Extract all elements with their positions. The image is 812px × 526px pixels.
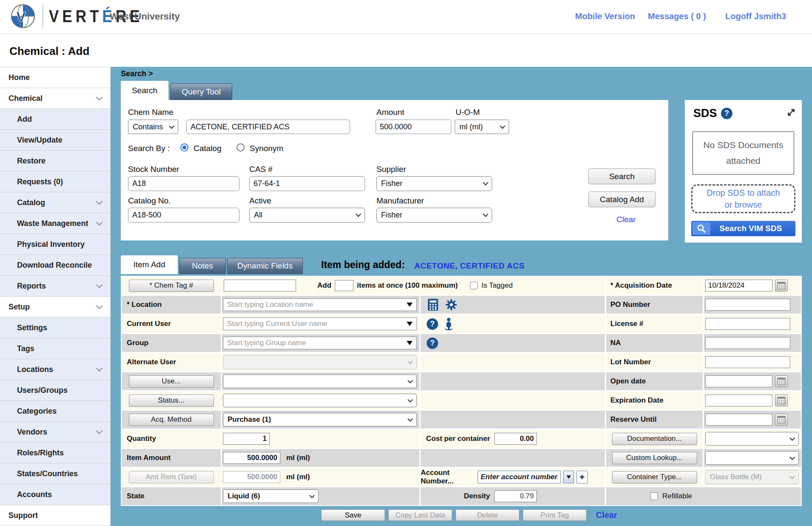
location-settings-gear-icon[interactable] [445, 299, 457, 311]
status-select[interactable] [223, 394, 417, 407]
expiration-date-input[interactable] [705, 394, 772, 406]
synonym-radio[interactable] [236, 143, 245, 152]
custom-lookup-button[interactable]: Custom Lookup... [612, 452, 697, 464]
sidebar-item-catalog[interactable]: Catalog [0, 192, 110, 213]
tab-notes[interactable]: Notes [179, 258, 226, 274]
container-type-button[interactable]: Container Type... [612, 471, 697, 483]
sidebar-item-users-groups[interactable]: Users/Groups [0, 380, 110, 401]
sidebar-item-view-update[interactable]: View/Update [0, 130, 110, 151]
catalog-radio-label[interactable]: Catalog [194, 144, 222, 153]
sidebar-item-vendors[interactable]: Vendors [0, 422, 110, 443]
density-input[interactable] [494, 490, 537, 502]
sidebar-item-setup[interactable]: Setup [0, 297, 110, 317]
use-select[interactable] [223, 374, 417, 388]
item-amount-input[interactable] [223, 452, 280, 464]
group-combobox[interactable] [223, 337, 417, 349]
dropdown-arrow-icon[interactable] [407, 341, 413, 345]
group-help-icon[interactable] [427, 337, 438, 349]
search-button[interactable]: Search [588, 169, 655, 184]
add-account-button[interactable] [576, 471, 588, 483]
synonym-radio-label[interactable]: Synonym [250, 144, 283, 153]
sidebar-item-restore[interactable]: Restore [0, 151, 110, 172]
calendar-icon[interactable] [775, 375, 788, 387]
sidebar-item-requests[interactable]: Requests (0) [0, 172, 110, 192]
logoff-link[interactable]: Logoff Jsmith3 [725, 11, 786, 21]
sidebar-item-tags[interactable]: Tags [0, 338, 110, 359]
calendar-icon[interactable] [775, 394, 788, 406]
form-clear-link[interactable]: Clear [596, 510, 617, 520]
save-button[interactable]: Save [321, 509, 385, 521]
tab-query-tool[interactable]: Query Tool [170, 83, 232, 100]
state-select[interactable]: Liquid (6) [223, 489, 319, 503]
current-user-help-icon[interactable] [427, 318, 438, 330]
sidebar-item-settings[interactable]: Settings [0, 317, 110, 338]
sidebar-item-roles-rights[interactable]: Roles/Rights [0, 443, 110, 463]
is-tagged-checkbox[interactable] [470, 282, 478, 289]
search-clear-link[interactable]: Clear [610, 215, 642, 224]
add-count-input[interactable] [335, 280, 353, 291]
chem-tag-input[interactable] [224, 280, 296, 292]
amount-input[interactable] [376, 120, 451, 134]
stock-number-input[interactable] [128, 176, 239, 191]
sds-dropzone[interactable]: Drop SDS to attach or browse [691, 184, 795, 213]
chem-tag-button[interactable]: * Chem Tag # [129, 280, 214, 292]
chem-match-select[interactable]: Contains [128, 120, 178, 134]
supplier-select[interactable]: Fisher [376, 176, 492, 191]
catalog-radio[interactable] [180, 143, 188, 152]
sidebar-item-categories[interactable]: Categories [0, 401, 110, 422]
use-button[interactable]: Use... [129, 375, 214, 388]
cost-per-container-input[interactable] [494, 433, 537, 445]
location-browser-icon[interactable] [427, 298, 439, 311]
dropdown-arrow-icon[interactable] [407, 322, 413, 326]
sidebar-item-accounts[interactable]: Accounts [0, 484, 110, 505]
group-input[interactable] [227, 339, 403, 347]
dropdown-arrow-icon[interactable] [407, 303, 413, 307]
tab-item-add[interactable]: Item Add [121, 255, 178, 274]
catalog-no-input[interactable] [128, 208, 239, 223]
location-combobox[interactable] [223, 298, 417, 311]
cas-input[interactable] [249, 176, 365, 191]
calendar-icon[interactable] [775, 414, 788, 426]
lot-number-input[interactable] [705, 356, 790, 368]
current-user-input[interactable] [227, 320, 403, 328]
sidebar-item-home[interactable]: Home [0, 67, 110, 88]
refillable-checkbox[interactable] [650, 492, 658, 500]
mobile-version-link[interactable]: Mobile Version [575, 11, 635, 21]
acq-method-button[interactable]: Acq. Method [129, 414, 214, 426]
sidebar-item-locations[interactable]: Locations [0, 359, 110, 380]
catalog-add-button[interactable]: Catalog Add [588, 192, 655, 207]
acquisition-date-input[interactable] [705, 280, 772, 292]
current-user-combobox[interactable] [223, 317, 417, 330]
sidebar-item-add[interactable]: Add [0, 109, 110, 130]
chem-name-input[interactable] [186, 120, 350, 134]
custom-lookup-select[interactable] [705, 451, 799, 465]
tab-search[interactable]: Search [121, 81, 168, 100]
search-vim-sds-button[interactable]: Search VIM SDS [691, 221, 795, 236]
sidebar-item-support[interactable]: Support [0, 505, 110, 526]
sidebar-item-download-reconcile[interactable]: Download Reconcile [0, 255, 110, 276]
account-number-input[interactable] [478, 471, 561, 483]
location-input[interactable] [227, 300, 403, 309]
sidebar-item-chemical[interactable]: Chemical [0, 88, 110, 109]
sds-help-icon[interactable] [721, 108, 732, 119]
license-input[interactable] [705, 318, 790, 330]
reserve-until-input[interactable] [705, 414, 772, 426]
po-number-input[interactable] [705, 299, 790, 311]
messages-link[interactable]: Messages ( 0 ) [648, 11, 706, 21]
uom-select[interactable]: ml (ml) [455, 120, 509, 134]
expand-icon[interactable] [786, 108, 796, 117]
account-dropdown-button[interactable] [563, 471, 574, 483]
manufacturer-select[interactable]: Fisher [376, 208, 492, 223]
tab-dynamic-fields[interactable]: Dynamic Fields [227, 258, 303, 274]
documentation-select[interactable] [705, 432, 799, 446]
open-date-input[interactable] [705, 375, 772, 387]
active-select[interactable]: All [249, 208, 365, 223]
sidebar-item-reports[interactable]: Reports [0, 276, 110, 297]
sidebar-item-states-countries[interactable]: States/Countries [0, 463, 110, 484]
na-input[interactable] [705, 337, 790, 349]
sidebar-item-waste-management[interactable]: Waste Management [0, 213, 110, 234]
documentation-button[interactable]: Documentation... [612, 433, 697, 445]
quantity-input[interactable] [223, 433, 270, 445]
acq-method-select[interactable]: Purchase (1) [223, 413, 417, 426]
person-icon[interactable] [444, 317, 453, 330]
